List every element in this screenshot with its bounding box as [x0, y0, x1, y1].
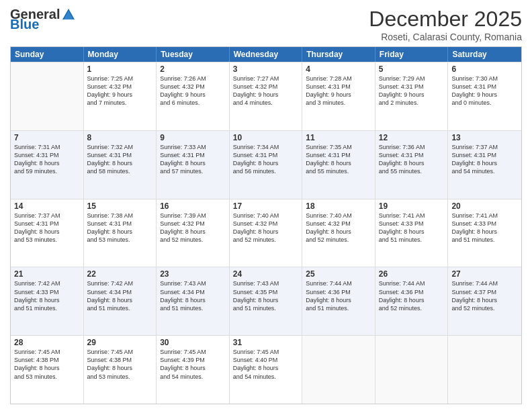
cal-cell: 29Sunrise: 7:45 AMSunset: 4:38 PMDayligh… [84, 336, 157, 404]
cell-line: Sunset: 4:36 PM [379, 288, 445, 296]
day-number: 9 [160, 133, 226, 142]
cell-line: Sunset: 4:32 PM [233, 220, 299, 228]
day-number: 29 [87, 338, 153, 347]
cal-cell: 23Sunrise: 7:43 AMSunset: 4:34 PMDayligh… [157, 267, 230, 335]
cal-cell [375, 336, 449, 404]
cal-cell: 19Sunrise: 7:41 AMSunset: 4:33 PMDayligh… [375, 199, 449, 267]
cell-line: Sunset: 4:34 PM [160, 288, 226, 296]
cal-cell: 27Sunrise: 7:44 AMSunset: 4:37 PMDayligh… [448, 267, 521, 335]
cell-line: and 53 minutes. [14, 236, 80, 244]
cell-line: Daylight: 8 hours [379, 296, 445, 304]
cal-cell [448, 336, 521, 404]
cell-line: and 51 minutes. [160, 304, 226, 312]
month-title: December 2025 [369, 7, 522, 32]
cal-cell: 31Sunrise: 7:45 AMSunset: 4:40 PMDayligh… [230, 336, 303, 404]
cell-line: and 52 minutes. [233, 236, 299, 244]
day-number: 4 [306, 64, 371, 74]
cal-row: 7Sunrise: 7:31 AMSunset: 4:31 PMDaylight… [11, 130, 521, 199]
cell-line: and 55 minutes. [306, 167, 371, 175]
cell-line: and 53 minutes. [87, 373, 153, 381]
day-number: 28 [14, 338, 80, 347]
cell-line: Sunset: 4:31 PM [160, 151, 226, 159]
cal-cell: 8Sunrise: 7:32 AMSunset: 4:31 PMDaylight… [84, 131, 157, 199]
cell-line: Sunset: 4:31 PM [379, 151, 445, 159]
cell-line: Sunrise: 7:25 AM [87, 75, 153, 83]
cell-line: Sunset: 4:31 PM [87, 220, 153, 228]
cell-line: Sunrise: 7:26 AM [160, 75, 226, 83]
cal-cell [11, 62, 84, 130]
cell-line: Daylight: 8 hours [87, 228, 153, 236]
cell-line: and 55 minutes. [379, 167, 445, 175]
cell-line: Daylight: 8 hours [160, 364, 226, 372]
cal-cell: 15Sunrise: 7:38 AMSunset: 4:31 PMDayligh… [84, 199, 157, 267]
cell-line: Daylight: 9 hours [160, 91, 226, 99]
cell-line: Sunrise: 7:42 AM [14, 279, 80, 287]
cell-line: and 2 minutes. [379, 99, 445, 107]
cal-cell: 5Sunrise: 7:29 AMSunset: 4:31 PMDaylight… [375, 62, 449, 130]
day-number: 8 [87, 133, 153, 142]
cal-cell: 16Sunrise: 7:39 AMSunset: 4:32 PMDayligh… [157, 199, 230, 267]
cell-line: and 58 minutes. [87, 167, 153, 175]
cal-cell: 10Sunrise: 7:34 AMSunset: 4:31 PMDayligh… [230, 131, 303, 199]
cal-header-cell: Saturday [448, 47, 521, 62]
cal-cell: 17Sunrise: 7:40 AMSunset: 4:32 PMDayligh… [230, 199, 303, 267]
cell-line: Sunrise: 7:30 AM [451, 75, 518, 83]
cell-line: and 59 minutes. [14, 167, 80, 175]
cell-line: Sunset: 4:38 PM [14, 356, 80, 364]
cell-line: Sunrise: 7:45 AM [233, 348, 299, 356]
day-number: 23 [160, 269, 226, 279]
cell-line: Daylight: 8 hours [306, 159, 371, 167]
day-number: 22 [87, 269, 153, 279]
cal-cell: 21Sunrise: 7:42 AMSunset: 4:33 PMDayligh… [11, 267, 84, 335]
cell-line: and 51 minutes. [233, 304, 299, 312]
cell-line: Daylight: 8 hours [160, 228, 226, 236]
cell-line: and 51 minutes. [306, 304, 371, 312]
calendar-header-row: SundayMondayTuesdayWednesdayThursdayFrid… [11, 47, 521, 62]
cell-line: Daylight: 9 hours [379, 91, 445, 99]
cell-line: Daylight: 8 hours [306, 228, 371, 236]
day-number: 19 [379, 201, 445, 211]
cell-line: Sunset: 4:32 PM [160, 83, 226, 91]
cal-cell: 22Sunrise: 7:42 AMSunset: 4:34 PMDayligh… [84, 267, 157, 335]
cal-cell: 24Sunrise: 7:43 AMSunset: 4:35 PMDayligh… [230, 267, 303, 335]
cell-line: Sunrise: 7:45 AM [160, 348, 226, 356]
cell-line: Sunset: 4:31 PM [306, 151, 371, 159]
day-number: 10 [233, 133, 299, 142]
subtitle: Roseti, Calarasi County, Romania [369, 32, 522, 42]
cell-line: and 0 minutes. [451, 99, 518, 107]
cell-line: and 54 minutes. [451, 167, 518, 175]
page: General Blue December 2025 Roseti, Calar… [0, 0, 532, 411]
cal-cell: 4Sunrise: 7:28 AMSunset: 4:31 PMDaylight… [302, 62, 375, 130]
header: General Blue December 2025 Roseti, Calar… [10, 7, 522, 42]
day-number: 16 [160, 201, 226, 211]
cal-cell: 12Sunrise: 7:36 AMSunset: 4:31 PMDayligh… [375, 131, 449, 199]
day-number: 25 [306, 269, 371, 279]
cell-line: Sunrise: 7:41 AM [379, 212, 445, 220]
cell-line: and 54 minutes. [233, 373, 299, 381]
day-number: 24 [233, 269, 299, 279]
cell-line: Daylight: 8 hours [160, 159, 226, 167]
cell-line: and 3 minutes. [306, 99, 371, 107]
cell-line: Sunset: 4:32 PM [160, 220, 226, 228]
cell-line: Sunrise: 7:32 AM [87, 143, 153, 151]
cell-line: Sunset: 4:32 PM [87, 83, 153, 91]
cal-cell: 7Sunrise: 7:31 AMSunset: 4:31 PMDaylight… [11, 131, 84, 199]
cell-line: Sunrise: 7:40 AM [306, 212, 371, 220]
cell-line: and 6 minutes. [160, 99, 226, 107]
cell-line: Sunrise: 7:29 AM [379, 75, 445, 83]
cell-line: Daylight: 8 hours [451, 228, 518, 236]
cell-line: and 57 minutes. [160, 167, 226, 175]
cell-line: Daylight: 9 hours [233, 91, 299, 99]
cell-line: Daylight: 8 hours [14, 159, 80, 167]
day-number: 14 [14, 201, 80, 211]
cell-line: Daylight: 8 hours [306, 296, 371, 304]
cal-cell: 13Sunrise: 7:37 AMSunset: 4:31 PMDayligh… [448, 131, 521, 199]
cal-header-cell: Thursday [302, 47, 375, 62]
cell-line: Daylight: 8 hours [451, 296, 518, 304]
cell-line: Sunset: 4:31 PM [14, 220, 80, 228]
calendar-body: 1Sunrise: 7:25 AMSunset: 4:32 PMDaylight… [11, 62, 521, 404]
cal-cell: 3Sunrise: 7:27 AMSunset: 4:32 PMDaylight… [230, 62, 303, 130]
cell-line: Sunrise: 7:42 AM [87, 279, 153, 287]
cell-line: Sunrise: 7:44 AM [451, 279, 518, 287]
day-number: 6 [451, 64, 518, 74]
